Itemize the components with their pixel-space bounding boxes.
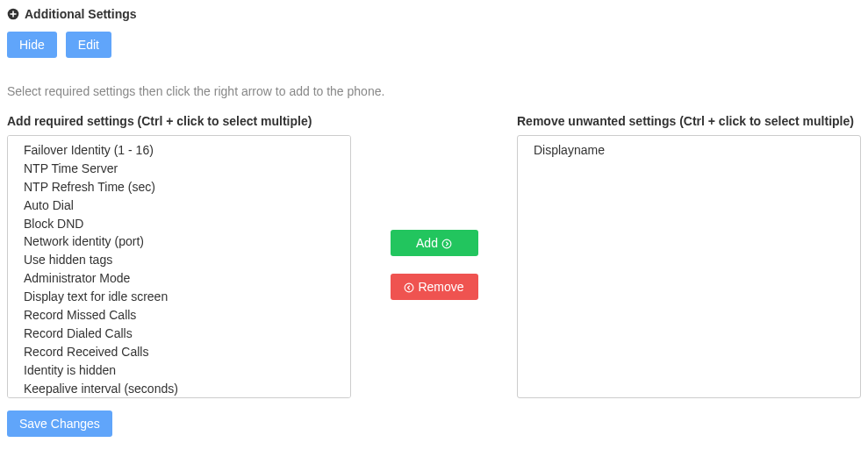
list-item[interactable]: Record Received Calls: [8, 343, 350, 361]
remove-button-label: Remove: [418, 280, 463, 294]
selected-settings-column: Remove unwanted settings (Ctrl + click t…: [517, 114, 861, 398]
list-item[interactable]: Displayname: [518, 141, 860, 160]
svg-rect-2: [11, 13, 17, 15]
list-item[interactable]: Failover Identity (1 - 16): [8, 141, 350, 160]
list-item[interactable]: Auto Dial: [8, 196, 350, 215]
instruction-text: Select required settings then click the …: [7, 84, 861, 98]
add-button-label: Add: [416, 236, 438, 250]
dual-list-container: Add required settings (Ctrl + click to s…: [7, 114, 861, 398]
list-item[interactable]: Administrator Password: [8, 397, 350, 398]
available-settings-listbox[interactable]: Failover Identity (1 - 16)NTP Time Serve…: [7, 135, 351, 398]
arrow-right-circle-icon: [441, 238, 452, 248]
svg-point-3: [442, 239, 451, 248]
add-button[interactable]: Add: [391, 230, 478, 256]
svg-point-4: [405, 283, 414, 292]
action-buttons-row: Hide Edit: [7, 32, 861, 58]
list-item[interactable]: Use hidden tags: [8, 251, 350, 269]
selected-settings-listbox[interactable]: Displayname: [517, 135, 861, 398]
list-item[interactable]: Keepalive interval (seconds): [8, 380, 350, 398]
list-item[interactable]: Administrator Mode: [8, 269, 350, 288]
section-title: Additional Settings: [25, 7, 137, 21]
edit-button[interactable]: Edit: [66, 32, 111, 58]
list-item[interactable]: Record Missed Calls: [8, 306, 350, 325]
plus-circle-icon: [7, 8, 19, 20]
save-changes-button[interactable]: Save Changes: [7, 410, 112, 437]
remove-button[interactable]: Remove: [391, 274, 478, 300]
list-item[interactable]: NTP Time Server: [8, 160, 350, 178]
list-item[interactable]: Network identity (port): [8, 232, 350, 251]
arrow-left-circle-icon: [404, 282, 414, 292]
selected-settings-label: Remove unwanted settings (Ctrl + click t…: [517, 114, 861, 128]
list-item[interactable]: Block DND: [8, 215, 350, 233]
section-header: Additional Settings: [7, 7, 861, 21]
list-item[interactable]: Display text for idle screen: [8, 288, 350, 306]
save-row: Save Changes: [7, 410, 861, 437]
available-settings-column: Add required settings (Ctrl + click to s…: [7, 114, 351, 398]
available-settings-label: Add required settings (Ctrl + click to s…: [7, 114, 351, 128]
list-item[interactable]: Record Dialed Calls: [8, 325, 350, 343]
transfer-buttons-column: Add Remove: [351, 114, 517, 398]
list-item[interactable]: Identity is hidden: [8, 361, 350, 380]
hide-button[interactable]: Hide: [7, 32, 57, 58]
list-item[interactable]: NTP Refresh Time (sec): [8, 178, 350, 196]
